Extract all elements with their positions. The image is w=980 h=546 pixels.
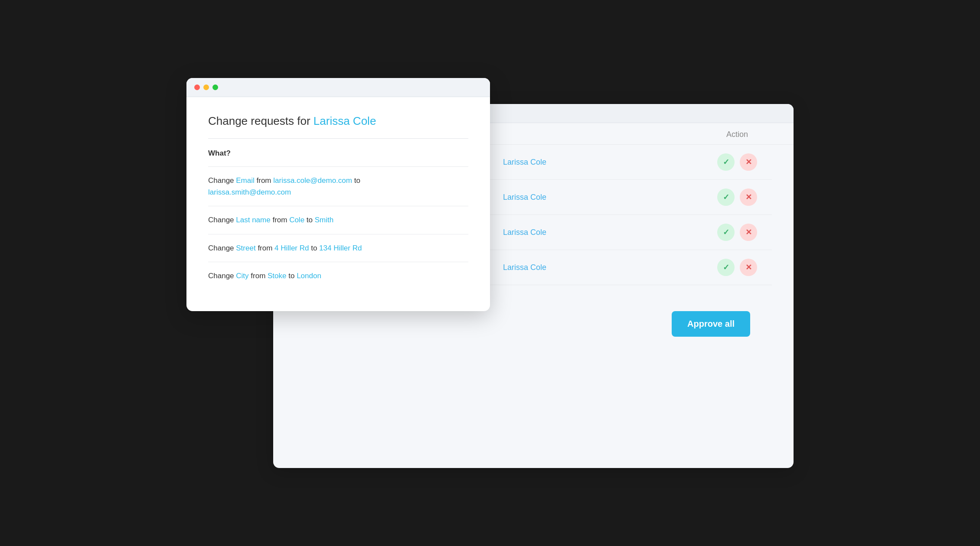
change-to-label: to [311, 244, 319, 252]
modal-divider [208, 138, 468, 139]
change-item-email: Change Email from larissa.cole@demo.com … [208, 166, 468, 206]
change-from-label: from [257, 176, 274, 185]
modal-titlebar [186, 78, 490, 97]
reject-button[interactable]: ✕ [740, 188, 757, 206]
approve-button[interactable]: ✓ [717, 153, 735, 171]
change-from-value-street: 4 Hiller Rd [274, 244, 309, 252]
reject-button[interactable]: ✕ [740, 259, 757, 276]
change-from-value-city: Stoke [268, 272, 286, 280]
change-field-city: City [236, 272, 248, 280]
modal-title-prefix: Change requests for [208, 114, 310, 127]
modal-title: Change requests for Larissa Cole [208, 114, 468, 128]
approve-button[interactable]: ✓ [717, 188, 735, 206]
change-from-label: from [258, 244, 274, 252]
row-actions: ✓ ✕ [702, 259, 772, 276]
row-person-name: Larissa Cole [503, 263, 546, 272]
change-field-lastname: Last name [236, 216, 270, 224]
section-label-what: What? [208, 149, 468, 158]
change-from-label: from [272, 216, 289, 224]
change-prefix: Change [208, 216, 236, 224]
change-prefix: Change [208, 176, 236, 185]
change-to-value-city: London [297, 272, 321, 280]
row-person-name: Larissa Cole [503, 158, 546, 167]
change-prefix: Change [208, 244, 236, 252]
modal-body: Change requests for Larissa Cole What? C… [186, 97, 490, 311]
change-item-street: Change Street from 4 Hiller Rd to 134 Hi… [208, 234, 468, 262]
scene: Action Larissa Cole ✓ ✕ Larissa Cole ✓ ✕… [186, 78, 794, 468]
change-to-value-street: 134 Hiller Rd [319, 244, 362, 252]
row-person-name: Larissa Cole [503, 193, 546, 202]
change-to-value-email: larissa.smith@demo.com [208, 188, 291, 196]
row-person-name: Larissa Cole [503, 228, 546, 237]
change-to-value-lastname: Smith [315, 216, 333, 224]
row-actions: ✓ ✕ [702, 188, 772, 206]
modal-dot-green [212, 84, 218, 90]
change-field-email: Email [236, 176, 255, 185]
modal-person-name: Larissa Cole [314, 114, 376, 127]
change-field-street: Street [236, 244, 255, 252]
change-prefix: Change [208, 272, 236, 280]
change-from-label: from [251, 272, 268, 280]
modal-window: Change requests for Larissa Cole What? C… [186, 78, 490, 311]
approve-button[interactable]: ✓ [717, 259, 735, 276]
action-column-header: Action [702, 130, 772, 139]
change-from-value-lastname: Cole [289, 216, 304, 224]
reject-button[interactable]: ✕ [740, 224, 757, 241]
change-item-lastname: Change Last name from Cole to Smith [208, 206, 468, 234]
approve-all-button[interactable]: Approve all [672, 311, 750, 337]
row-actions: ✓ ✕ [702, 153, 772, 171]
change-to-label: to [288, 272, 297, 280]
reject-button[interactable]: ✕ [740, 153, 757, 171]
change-from-value-email: larissa.cole@demo.com [273, 176, 352, 185]
row-actions: ✓ ✕ [702, 224, 772, 241]
change-to-label: to [307, 216, 315, 224]
modal-dot-yellow [203, 84, 209, 90]
approve-button[interactable]: ✓ [717, 224, 735, 241]
change-to-label: to [354, 176, 360, 185]
modal-dot-red [194, 84, 200, 90]
change-item-city: Change City from Stoke to London [208, 262, 468, 289]
